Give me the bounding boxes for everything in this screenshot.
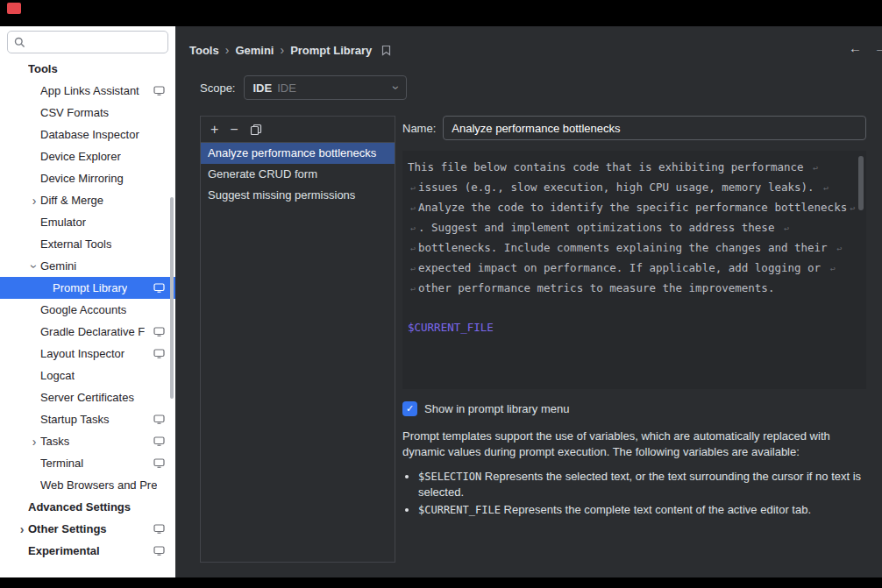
sidebar-item-web-browsers-and-pre[interactable]: Web Browsers and Pre: [0, 474, 175, 496]
sidebar-item-tools[interactable]: Tools: [0, 58, 175, 80]
check-icon: ✓: [406, 403, 414, 414]
ide-screen-icon: [153, 436, 165, 446]
editor-line: $CURRENT_FILE: [408, 318, 852, 337]
sidebar-item-server-certificates[interactable]: Server Certificates: [0, 386, 175, 408]
name-label: Name:: [402, 122, 436, 135]
show-in-menu-checkbox[interactable]: ✓: [402, 401, 417, 416]
sidebar-item-label: Google Accounts: [40, 303, 126, 316]
sidebar-item-prompt-library[interactable]: Prompt Library: [0, 277, 175, 299]
breadcrumb-gemini[interactable]: Gemini: [235, 44, 274, 57]
ide-screen-icon: [153, 349, 165, 358]
sidebar-item-advanced-settings[interactable]: Advanced Settings: [0, 496, 175, 518]
prompt-editor[interactable]: This file below contains code that is ex…: [402, 151, 866, 389]
chevron-down-icon: ›: [390, 86, 402, 90]
back-arrow[interactable]: ←: [849, 40, 862, 55]
sidebar-item-google-accounts[interactable]: Google Accounts: [0, 299, 175, 321]
chevron-right-icon[interactable]: ›: [16, 523, 28, 535]
sidebar-item-layout-inspector[interactable]: Layout Inspector: [0, 343, 175, 365]
sidebar-item-label: App Links Assistant: [40, 84, 139, 97]
prompt-list-item-suggest-missing-permissions[interactable]: Suggest missing permissions: [201, 185, 395, 206]
chevron-right-icon[interactable]: ›: [28, 436, 40, 448]
sidebar-item-label: Terminal: [40, 457, 83, 470]
editor-line: ↩bottlenecks. Include comments explainin…: [408, 238, 852, 259]
sidebar-item-label: CSV Formats: [40, 106, 109, 119]
search-input[interactable]: [31, 36, 161, 49]
ide-screen-icon: [153, 414, 165, 424]
window-accent: [7, 3, 21, 14]
sidebar-item-terminal[interactable]: Terminal: [0, 452, 175, 474]
editor-line: This file below contains code that is ex…: [408, 158, 852, 178]
forward-arrow[interactable]: →: [874, 40, 882, 55]
prompt-list-item-generate-crud-form[interactable]: Generate CRUD form: [201, 164, 395, 185]
sidebar-item-gemini[interactable]: ›Gemini: [0, 255, 175, 277]
editor-line: ↩Analyze the code to identify the specif…: [408, 198, 852, 218]
sidebar-item-label: Tasks: [40, 435, 69, 448]
copy-button[interactable]: [250, 124, 262, 136]
sidebar-item-device-mirroring[interactable]: Device Mirroring: [0, 167, 175, 189]
bookmark-icon[interactable]: [381, 45, 391, 56]
sidebar-item-label: Layout Inspector: [40, 347, 124, 360]
show-in-menu-row: ✓ Show in prompt library menu: [402, 401, 866, 416]
soft-wrap-icon: ↩: [850, 203, 855, 213]
sidebar-item-device-explorer[interactable]: Device Explorer: [0, 145, 175, 167]
sidebar-item-label: Device Explorer: [40, 150, 121, 163]
sidebar-list: ToolsApp Links AssistantCSV FormatsDatab…: [0, 58, 175, 562]
settings-window: ToolsApp Links AssistantCSV FormatsDatab…: [0, 0, 882, 588]
ide-screen-icon: [153, 546, 165, 556]
scope-label: Scope:: [200, 81, 235, 95]
sidebar-item-csv-formats[interactable]: CSV Formats: [0, 102, 175, 124]
sidebar-item-label: Startup Tasks: [40, 413, 110, 426]
sidebar-item-emulator[interactable]: Emulator: [0, 211, 175, 233]
soft-wrap-icon: ↩: [410, 284, 416, 294]
soft-wrap-icon: ↩: [836, 244, 842, 253]
editor-text: issues (e.g., slow execution, high CPU u…: [418, 181, 821, 194]
remove-button[interactable]: −: [230, 123, 238, 137]
editor-text: bottlenecks. Include comments explaining…: [418, 241, 834, 254]
sidebar-item-experimental[interactable]: Experimental: [0, 540, 175, 562]
add-button[interactable]: +: [210, 123, 218, 137]
window-bottom-edge: [0, 577, 882, 588]
editor-line: ↩. Suggest and implement optimizations t…: [408, 218, 852, 238]
sidebar-item-tasks[interactable]: ›Tasks: [0, 430, 175, 452]
breadcrumb-tools[interactable]: Tools: [189, 44, 219, 57]
sidebar-scrollbar[interactable]: [170, 197, 174, 399]
variable-item-selection: $SELECTION Represents the selected text,…: [418, 469, 866, 500]
editor-line: ↩expected impact on performance. If appl…: [408, 259, 852, 279]
editor-scrollbar[interactable]: [858, 156, 864, 210]
sidebar-item-startup-tasks[interactable]: Startup Tasks: [0, 408, 175, 430]
settings-content: Tools › Gemini › Prompt Library ← → Scop…: [175, 26, 882, 577]
prompt-list-panel: + − Analyze performance bottlenecksGener…: [200, 116, 395, 563]
ide-screen-icon: [153, 283, 165, 293]
sidebar-item-logcat[interactable]: Logcat: [0, 365, 175, 386]
scope-value: IDE: [253, 81, 272, 95]
sidebar-item-label: Database Inspector: [40, 128, 139, 141]
sidebar-item-external-tools[interactable]: External Tools: [0, 233, 175, 255]
sidebar-item-label: External Tools: [40, 237, 111, 251]
sidebar-item-gradle-declarative-f[interactable]: Gradle Declarative F: [0, 321, 175, 343]
breadcrumb: Tools › Gemini › Prompt Library: [189, 37, 882, 63]
sidebar-item-label: Tools: [28, 62, 58, 75]
ide-screen-icon: [153, 86, 165, 96]
scope-dropdown[interactable]: IDE IDE ›: [244, 75, 407, 100]
breadcrumb-separator: ›: [280, 43, 284, 57]
sidebar-item-database-inspector[interactable]: Database Inspector: [0, 124, 175, 145]
window-titlebar: [0, 0, 882, 26]
soft-wrap-icon: ↩: [410, 183, 416, 193]
sidebar-item-label: Logcat: [40, 369, 75, 382]
chevron-down-icon[interactable]: ›: [28, 260, 40, 273]
sidebar-item-other-settings[interactable]: ›Other Settings: [0, 518, 175, 540]
prompt-name-input[interactable]: [443, 116, 866, 140]
sidebar-item-label: Web Browsers and Pre: [40, 478, 157, 492]
sidebar-item-label: Server Certificates: [40, 391, 134, 404]
prompt-list-item-analyze-performance-bottlenecks[interactable]: Analyze performance bottlenecks: [201, 143, 395, 164]
sidebar-item-app-links-assistant[interactable]: App Links Assistant: [0, 80, 175, 102]
sidebar-item-label: Experimental: [28, 544, 100, 557]
editor-line: ↩other performance metrics to measure th…: [408, 279, 852, 299]
chevron-right-icon[interactable]: ›: [28, 195, 40, 207]
ide-screen-icon: [153, 458, 165, 468]
sidebar-item-label: Emulator: [40, 216, 86, 229]
prompt-list: Analyze performance bottlenecksGenerate …: [201, 143, 395, 206]
soft-wrap-icon: ↩: [410, 203, 416, 213]
search-box[interactable]: [7, 31, 168, 53]
sidebar-item-diff-merge[interactable]: ›Diff & Merge: [0, 189, 175, 211]
